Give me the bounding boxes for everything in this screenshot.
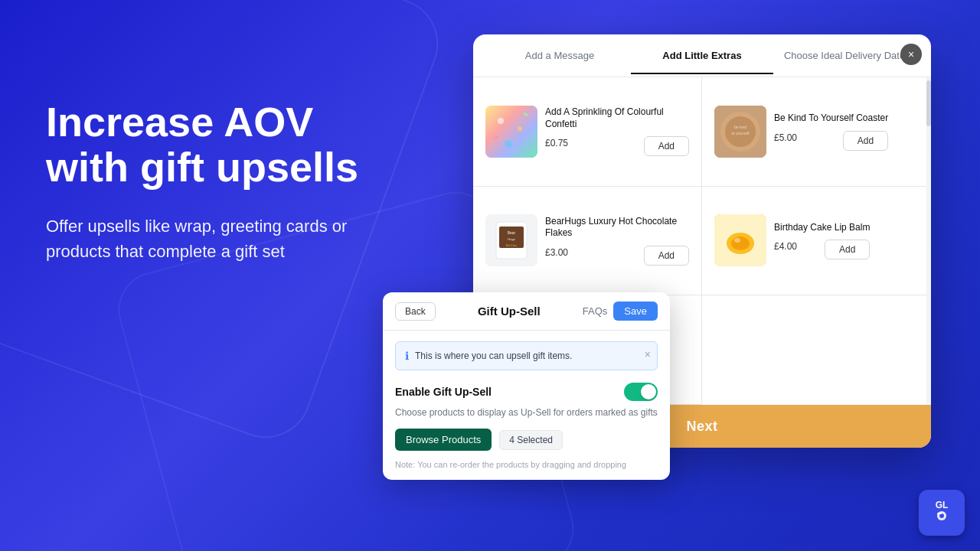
svg-text:be kind: be kind bbox=[734, 125, 746, 129]
product-price-chocolate: £3.00 bbox=[545, 247, 568, 258]
add-button-chocolate[interactable]: Add bbox=[644, 246, 689, 266]
svg-text:to yourself: to yourself bbox=[731, 131, 750, 135]
gift-panel-title: Gift Up-Sell bbox=[478, 305, 541, 318]
info-banner: ℹ This is where you can upsell gift item… bbox=[395, 341, 658, 370]
gift-panel-header: Back Gift Up-Sell FAQs Save bbox=[383, 292, 670, 331]
scroll-indicator bbox=[926, 77, 931, 405]
product-info-confetti: Add A Sprinkling Of Colourful Confetti £… bbox=[545, 106, 689, 156]
tab-delivery-date[interactable]: Choose Ideal Delivery Date bbox=[773, 37, 916, 73]
browse-row: Browse Products 4 Selected bbox=[395, 429, 658, 451]
info-icon: ℹ bbox=[405, 350, 409, 362]
browse-products-button[interactable]: Browse Products bbox=[395, 429, 492, 451]
gift-upsell-panel: Back Gift Up-Sell FAQs Save ℹ This is wh… bbox=[383, 292, 670, 480]
product-name-coaster: Be Kind To Yourself Coaster bbox=[774, 112, 888, 125]
add-button-lipbalm[interactable]: Add bbox=[825, 240, 870, 259]
product-price-lipbalm: £4.00 bbox=[774, 241, 797, 252]
product-card-chocolate: Bear Hugs Hot Choc BearHugs Luxury Hot C… bbox=[473, 187, 702, 296]
info-banner-text: This is where you can upsell gift items. bbox=[415, 350, 648, 361]
product-image-coaster: be kind to yourself bbox=[714, 106, 766, 158]
gift-panel-body: ℹ This is where you can upsell gift item… bbox=[383, 331, 670, 480]
svg-point-2 bbox=[518, 126, 522, 131]
toggle-knob bbox=[641, 384, 656, 399]
enable-toggle[interactable] bbox=[624, 383, 658, 401]
tab-add-extras[interactable]: Add Little Extras bbox=[631, 37, 773, 73]
modal-close-button[interactable]: × bbox=[900, 44, 922, 65]
scroll-thumb[interactable] bbox=[926, 80, 931, 126]
toggle-row: Enable Gift Up-Sell bbox=[395, 383, 658, 401]
modal-tabs: Add a Message Add Little Extras Choose I… bbox=[473, 34, 931, 77]
headline: Increase AOV with gift upsells bbox=[46, 99, 398, 191]
svg-text:Bear: Bear bbox=[508, 230, 516, 235]
back-button[interactable]: Back bbox=[395, 302, 436, 321]
product-name-confetti: Add A Sprinkling Of Colourful Confetti bbox=[545, 106, 689, 130]
product-name-chocolate: BearHugs Luxury Hot Chocolate Flakes bbox=[545, 216, 689, 240]
product-image-lipbalm bbox=[714, 214, 766, 266]
product-info-coaster: Be Kind To Yourself Coaster £5.00 Add bbox=[774, 112, 888, 151]
product-card-coaster: be kind to yourself Be Kind To Yourself … bbox=[702, 77, 931, 187]
svg-rect-0 bbox=[485, 106, 537, 158]
product-price-coaster: £5.00 bbox=[774, 132, 797, 143]
toggle-label: Enable Gift Up-Sell bbox=[395, 386, 492, 398]
product-image-confetti bbox=[485, 106, 537, 158]
toggle-description: Choose products to display as Up-Sell fo… bbox=[395, 407, 658, 418]
product-info-chocolate: BearHugs Luxury Hot Chocolate Flakes £3.… bbox=[545, 216, 689, 266]
faqs-button[interactable]: FAQs bbox=[583, 305, 608, 317]
left-panel: Increase AOV with gift upsells Offer ups… bbox=[46, 99, 398, 264]
product-price-confetti: £0.75 bbox=[545, 138, 568, 148]
product-name-lipbalm: Birthday Cake Lip Balm bbox=[774, 222, 870, 234]
svg-point-3 bbox=[505, 140, 512, 148]
add-button-confetti[interactable]: Add bbox=[644, 136, 689, 156]
svg-text:GL: GL bbox=[936, 500, 949, 510]
info-close-button[interactable]: × bbox=[645, 348, 651, 360]
svg-rect-31 bbox=[937, 513, 942, 514]
gift-panel-actions: FAQs Save bbox=[583, 302, 658, 321]
product-info-lipbalm: Birthday Cake Lip Balm £4.00 Add bbox=[774, 222, 870, 260]
product-card-confetti: Add A Sprinkling Of Colourful Confetti £… bbox=[473, 77, 702, 187]
save-button[interactable]: Save bbox=[613, 302, 658, 321]
note-text: Note: You can re-order the products by d… bbox=[395, 460, 658, 469]
svg-point-1 bbox=[498, 118, 504, 124]
svg-text:Hot Choc: Hot Choc bbox=[506, 244, 518, 247]
gl-logo: GL bbox=[919, 490, 965, 536]
svg-point-19 bbox=[731, 236, 750, 250]
gl-logo-icon: GL bbox=[925, 494, 959, 528]
selected-badge: 4 Selected bbox=[499, 430, 563, 450]
add-button-coaster[interactable]: Add bbox=[843, 131, 888, 151]
svg-text:Hugs: Hugs bbox=[508, 237, 514, 241]
tab-add-message[interactable]: Add a Message bbox=[488, 37, 631, 73]
svg-point-20 bbox=[734, 238, 740, 243]
product-card-lipbalm: Birthday Cake Lip Balm £4.00 Add bbox=[702, 187, 931, 296]
product-image-chocolate: Bear Hugs Hot Choc bbox=[485, 214, 537, 266]
subtext: Offer upsells like wrap, greeting cards … bbox=[46, 214, 398, 264]
